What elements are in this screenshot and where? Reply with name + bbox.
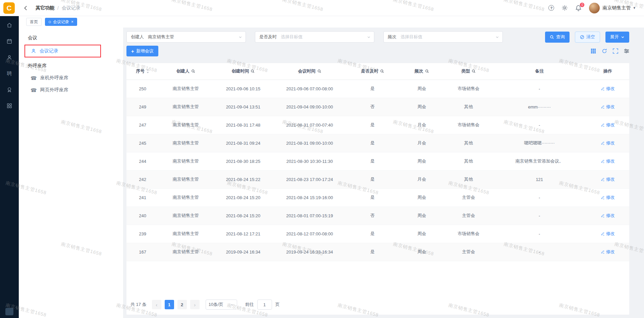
table-row: 247南京销售主管2021-08-31 17:482021-08-31 07:0… — [126, 116, 629, 134]
refresh-icon[interactable] — [602, 48, 607, 54]
filter-ontime-select[interactable]: 是否及时 选择目标值 — [255, 31, 374, 43]
sidebar-item-label: 座机外呼座席 — [40, 75, 68, 81]
button-label: 清空 — [586, 34, 595, 40]
goto-page-input[interactable] — [257, 300, 272, 310]
column-header[interactable]: 创建人 — [159, 63, 213, 80]
settings-icon[interactable] — [561, 5, 568, 11]
page-button-2[interactable]: 2 — [177, 300, 187, 309]
table-cell: 其他 — [444, 98, 493, 116]
avatar[interactable] — [589, 3, 600, 13]
edit-link[interactable]: 修改 — [601, 140, 615, 146]
filter-creator-select[interactable]: 创建人 南京销售主管 — [126, 31, 246, 43]
icon-rail: 聘 — [0, 16, 19, 318]
active-dot-icon — [49, 21, 51, 23]
column-header[interactable]: 创建时间 — [213, 63, 274, 80]
fullscreen-icon[interactable] — [613, 48, 618, 54]
table-cell: 主管会 — [444, 188, 493, 207]
pagination: 共 17 条 ‹ 1 2 › 10条/页 前往 页 — [126, 294, 629, 315]
column-header[interactable]: 频次 — [399, 63, 444, 80]
filter-bar: 创建人 南京销售主管 是否及时 选择目标值 频次 选择目标值 — [126, 31, 629, 43]
help-icon[interactable]: ? — [548, 5, 554, 11]
contacts-icon[interactable] — [6, 54, 12, 60]
chevron-down-icon: ▾ — [633, 6, 635, 10]
edit-link[interactable]: 修改 — [601, 176, 615, 182]
column-header[interactable]: 类型 — [444, 63, 493, 80]
sort-icon[interactable] — [146, 69, 149, 74]
recruit-icon[interactable]: 聘 — [7, 71, 12, 77]
calendar-icon[interactable] — [6, 38, 12, 44]
edit-link[interactable]: 修改 — [601, 158, 615, 164]
medal-icon[interactable] — [6, 87, 12, 93]
table-cell: 2021-08-24 15:20 — [213, 207, 274, 225]
back-button[interactable] — [23, 5, 29, 11]
next-page-button[interactable]: › — [190, 300, 200, 309]
table-cell: 南京销售主管添加会议。 — [493, 152, 586, 170]
sidebar-item-meeting-records[interactable]: 会议记录 — [25, 45, 100, 57]
prev-page-button[interactable]: ‹ — [152, 300, 161, 309]
column-label: 会议时间 — [298, 68, 316, 74]
column-settings-icon[interactable] — [624, 48, 629, 54]
edit-link[interactable]: 修改 — [601, 213, 615, 219]
table-row: 250南京销售主管2021-09-06 10:152021-09-06 07:0… — [126, 80, 629, 98]
search-icon[interactable] — [317, 69, 321, 73]
table-cell: 南京销售主管 — [159, 116, 213, 134]
table-cell-actions: 修改 — [586, 98, 629, 116]
page-button-1[interactable]: 1 — [165, 300, 174, 309]
edit-link[interactable]: 修改 — [601, 249, 615, 255]
edit-link[interactable]: 修改 — [601, 86, 615, 92]
close-icon[interactable]: × — [71, 20, 73, 24]
apps-icon[interactable] — [6, 103, 12, 109]
edit-link[interactable]: 修改 — [601, 122, 615, 128]
tab-meeting-records[interactable]: 会议记录 × — [45, 18, 77, 26]
table-cell: - — [493, 243, 586, 261]
sidebar: 会议 会议记录 外呼座席 ☎ 座机外呼座席 ☎ 网页外呼座席 — [19, 28, 123, 318]
page-size-select[interactable]: 10条/页 — [206, 300, 237, 310]
edit-link[interactable]: 修改 — [601, 104, 615, 110]
table-row: 249南京销售主管2021-09-04 13:512021-09-04 09:0… — [126, 98, 629, 116]
search-icon[interactable] — [380, 69, 384, 73]
expand-button[interactable]: 展开 — [605, 32, 629, 43]
edit-link[interactable]: 修改 — [601, 194, 615, 200]
table-cell: 2021-08-12 07:00-08:00 — [274, 225, 345, 243]
goto-label: 前往 — [245, 302, 254, 308]
table-cell: 247 — [126, 116, 159, 134]
clear-button[interactable]: 清空 — [575, 32, 600, 43]
column-header[interactable]: 序号 — [126, 63, 159, 80]
add-meeting-button[interactable]: + 新增会议 — [126, 46, 158, 56]
search-button[interactable]: 查询 — [545, 32, 570, 43]
breadcrumb-section[interactable]: 其它功能 — [36, 5, 54, 11]
table-cell: 是 — [345, 170, 399, 188]
chevron-down-icon — [238, 35, 242, 39]
table-row: 240南京销售主管2021-08-24 15:202021-08-01 07:0… — [126, 207, 629, 225]
table-cell-actions: 修改 — [586, 225, 629, 243]
column-header[interactable]: 会议时间 — [274, 63, 345, 80]
table-cell: 南京销售主管 — [159, 152, 213, 170]
user-menu[interactable]: 南京销售主管 ▾ — [589, 3, 635, 13]
table-cell: 是 — [345, 134, 399, 152]
edit-link[interactable]: 修改 — [601, 231, 615, 237]
sidebar-item-landline-seat[interactable]: ☎ 座机外呼座席 — [19, 72, 123, 84]
table-cell-actions: 修改 — [586, 80, 629, 98]
grid-view-icon[interactable] — [591, 48, 596, 54]
search-icon[interactable] — [251, 69, 255, 73]
table-cell: 其他 — [444, 170, 493, 188]
search-icon[interactable] — [472, 69, 476, 73]
search-icon[interactable] — [425, 69, 429, 73]
search-icon[interactable] — [191, 69, 195, 73]
tab-home[interactable]: 首页 — [26, 18, 42, 26]
home-icon[interactable] — [6, 22, 12, 28]
table-cell: 否 — [345, 98, 399, 116]
filter-buttons: 查询 清空 展开 — [545, 32, 629, 43]
table-body: 250南京销售主管2021-09-06 10:152021-09-06 07:0… — [126, 80, 629, 261]
sidebar-item-web-seat[interactable]: ☎ 网页外呼座席 — [19, 84, 123, 96]
filter-frequency-select[interactable]: 频次 选择目标值 — [383, 31, 503, 43]
filter-value: 南京销售主管 — [148, 34, 238, 40]
column-label: 序号 — [136, 68, 145, 74]
table-cell-actions: 修改 — [586, 152, 629, 170]
collapse-button[interactable] — [5, 308, 13, 315]
column-header[interactable]: 是否及时 — [345, 63, 399, 80]
app-logo[interactable]: C — [3, 2, 15, 14]
button-label: 展开 — [610, 34, 619, 40]
edit-label: 修改 — [606, 86, 615, 92]
notifications-icon[interactable]: 0 — [575, 5, 582, 11]
